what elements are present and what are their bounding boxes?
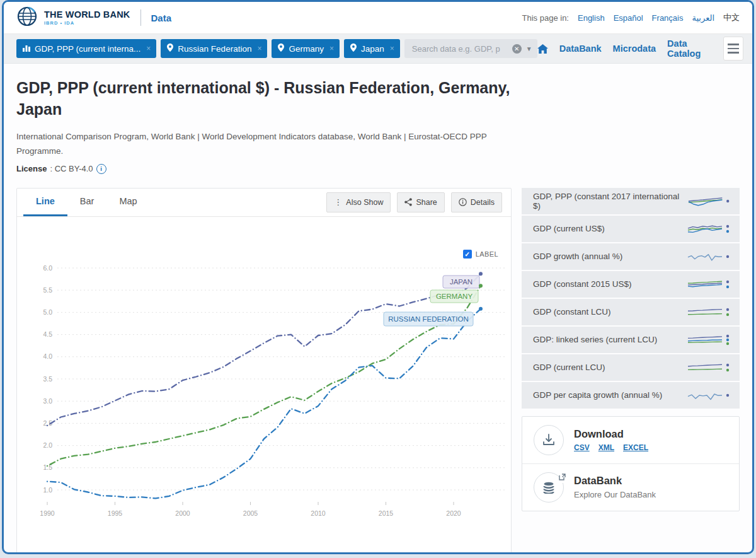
related-indicator-item[interactable]: GDP: linked series (current LCU) (522, 327, 740, 353)
globe-icon (16, 6, 38, 30)
lang-chinese[interactable]: 中文 (723, 12, 740, 23)
lang-arabic[interactable]: العربية (692, 13, 714, 23)
svg-text:2015: 2015 (379, 509, 394, 517)
related-indicator-item[interactable]: GDP (constant 2015 US$) (522, 271, 740, 298)
svg-text:3.5: 3.5 (43, 375, 52, 382)
pill-label: Japan (361, 44, 384, 54)
svg-text:1990: 1990 (40, 509, 55, 517)
nav-data-catalog[interactable]: Data Catalog (667, 38, 712, 59)
sparkline-icon (687, 194, 732, 209)
svg-text:1995: 1995 (108, 509, 123, 517)
hamburger-menu-icon[interactable] (723, 37, 743, 61)
license-value: : CC BY-4.0 (50, 164, 93, 173)
also-show-button[interactable]: ⋮ Also Show (326, 192, 391, 212)
sparkline-icon (687, 388, 732, 403)
nav-databank[interactable]: DataBank (559, 44, 602, 54)
source-attribution: International Comparison Program, World … (16, 129, 514, 159)
language-switcher: This page in: English Español Français ا… (522, 12, 740, 23)
databank-section[interactable]: DataBank Explore Our DataBank (522, 463, 739, 511)
info-icon (459, 198, 467, 206)
pill-label: Russian Federation (178, 44, 251, 54)
svg-text:JAPAN: JAPAN (450, 278, 472, 286)
sparkline-icon (687, 277, 732, 292)
svg-text:2005: 2005 (243, 509, 258, 517)
download-title: Download (574, 428, 648, 441)
sparkline-icon (687, 249, 732, 264)
language-label: This page in: (522, 13, 569, 23)
lang-french[interactable]: Français (652, 13, 684, 23)
license-row: License : CC BY-4.0 i (16, 164, 740, 174)
sparkline-icon (687, 305, 732, 320)
download-csv-link[interactable]: CSV (574, 443, 590, 452)
pill-label: GDP, PPP (current interna... (35, 44, 140, 54)
sparkline-icon (687, 332, 732, 347)
chart-card: Line Bar Map ⋮ Also Show S (16, 188, 512, 554)
close-icon[interactable]: × (146, 44, 151, 53)
filter-toolbar: GDP, PPP (current interna... × Russian F… (4, 34, 752, 64)
pill-country-russia[interactable]: Russian Federation × (161, 39, 267, 58)
logo-divider (140, 9, 141, 26)
search-input[interactable] (411, 44, 508, 54)
chart-tabs-row: Line Bar Map ⋮ Also Show S (17, 189, 511, 217)
svg-text:5.5: 5.5 (43, 286, 52, 293)
tab-bar[interactable]: Bar (67, 189, 107, 216)
close-icon[interactable]: × (390, 44, 394, 53)
checkbox-checked-icon: ✓ (463, 250, 472, 259)
tab-line[interactable]: Line (23, 189, 67, 216)
related-indicator-item[interactable]: GDP growth (annual %) (522, 243, 740, 270)
svg-text:2020: 2020 (446, 509, 461, 517)
download-xml-link[interactable]: XML (598, 443, 614, 452)
databank-icon (534, 472, 564, 503)
pill-country-japan[interactable]: Japan × (344, 39, 400, 58)
related-indicator-item[interactable]: GDP (current LCU) (522, 354, 740, 381)
header: THE WORLD BANK IBRD • IDA Data This page… (4, 2, 752, 34)
chevron-down-icon[interactable]: ▼ (526, 45, 532, 52)
related-indicator-item[interactable]: GDP, PPP (constant 2017 international $) (522, 188, 740, 214)
line-chart-area: ✓ LABEL 1.01.52.02.53.03.54.04.55.05.56.… (17, 240, 511, 554)
bar-chart-icon (23, 44, 30, 54)
logo-title: THE WORLD BANK (44, 10, 130, 20)
search-box: ✕ ▼ (404, 39, 537, 58)
toolbar-nav: DataBank Microdata Data Catalog (537, 37, 743, 61)
close-icon[interactable]: × (257, 44, 261, 53)
site-name-data[interactable]: Data (151, 13, 172, 23)
lang-english[interactable]: English (578, 13, 605, 23)
share-icon (404, 198, 412, 206)
svg-text:1.0: 1.0 (43, 485, 52, 493)
download-excel-link[interactable]: EXCEL (623, 443, 648, 452)
details-button[interactable]: Details (451, 192, 502, 212)
svg-text:2000: 2000 (175, 509, 190, 517)
license-label: License (16, 164, 47, 173)
label-checkbox[interactable]: ✓ LABEL (463, 250, 498, 259)
pill-label: Germany (289, 44, 324, 54)
share-button[interactable]: Share (397, 192, 444, 212)
download-icon (534, 425, 564, 455)
lang-spanish[interactable]: Español (614, 13, 643, 23)
related-indicator-item[interactable]: GDP (current US$) (522, 216, 740, 242)
svg-text:4.5: 4.5 (43, 330, 52, 338)
page-title: GDP, PPP (current international $) - Rus… (16, 78, 520, 120)
home-icon[interactable] (537, 44, 548, 54)
databank-subtitle: Explore Our DataBank (574, 490, 656, 499)
pill-indicator[interactable]: GDP, PPP (current interna... × (16, 39, 156, 58)
sparkline-icon (687, 221, 732, 236)
related-indicator-item[interactable]: GDP per capita growth (annual %) (522, 382, 740, 409)
filter-pills: GDP, PPP (current interna... × Russian F… (16, 39, 537, 58)
related-indicator-item[interactable]: GDP (constant LCU) (522, 299, 740, 325)
tab-map[interactable]: Map (106, 189, 149, 216)
page-frame: THE WORLD BANK IBRD • IDA Data This page… (2, 0, 754, 554)
clear-search-icon[interactable]: ✕ (512, 44, 522, 54)
svg-text:6.0: 6.0 (43, 264, 52, 271)
related-indicators-sidebar: GDP, PPP (constant 2017 international $)… (522, 188, 740, 511)
svg-text:5.0: 5.0 (43, 308, 52, 316)
svg-text:2.0: 2.0 (43, 441, 52, 449)
world-bank-logo[interactable]: THE WORLD BANK IBRD • IDA Data (16, 6, 171, 30)
license-info-icon[interactable]: i (96, 164, 106, 174)
close-icon[interactable]: × (329, 44, 334, 53)
svg-text:4.0: 4.0 (43, 352, 52, 360)
pill-country-germany[interactable]: Germany × (272, 39, 340, 58)
download-card: Download CSV XML EXCEL (522, 416, 740, 511)
pin-icon (278, 44, 284, 54)
pin-icon (350, 44, 357, 54)
nav-microdata[interactable]: Microdata (613, 44, 656, 54)
